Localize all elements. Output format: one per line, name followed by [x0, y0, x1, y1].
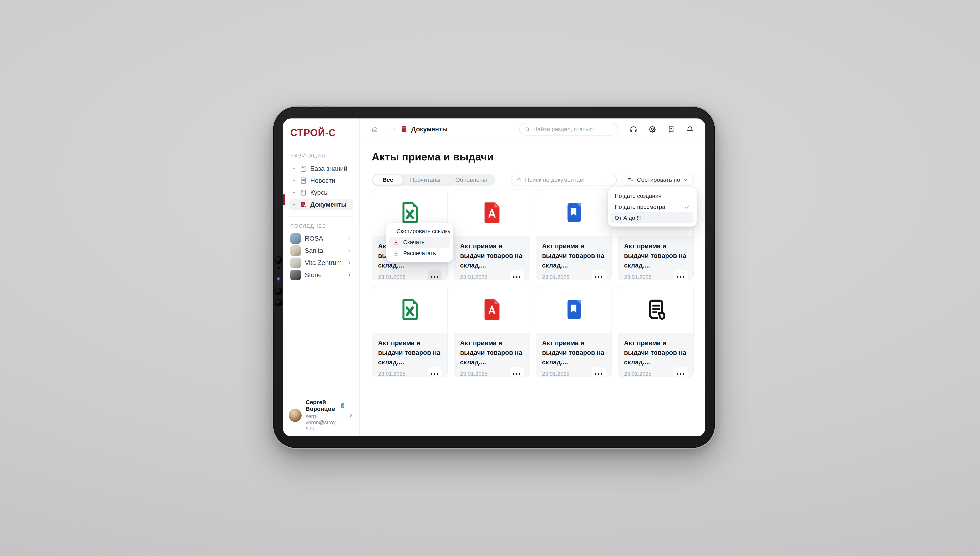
context-menu-item[interactable]: Распечатать	[390, 248, 450, 259]
menu-item-icon	[393, 250, 399, 257]
document-preview	[536, 286, 611, 333]
generic-document-icon	[644, 298, 667, 321]
sort-button-label: Сортировать по	[637, 176, 680, 183]
sort-option-label: По дате просмотра	[615, 204, 665, 210]
word-file-icon	[562, 298, 586, 321]
recent-item[interactable]: Vita Zentrum	[289, 257, 353, 269]
recent-item[interactable]: Sanita	[289, 244, 353, 257]
search-icon	[525, 126, 530, 132]
main-content: ... Документы	[359, 118, 705, 436]
nav-list: База знаний Новости Курсы	[289, 163, 353, 210]
toolbar: Все Прочитаны Обновлены	[372, 174, 694, 186]
pdf-file-icon	[480, 298, 503, 321]
sort-dropdown-menu: По дате создания По дате просмотра От А …	[608, 187, 696, 226]
sidebar-nav-item[interactable]: Документы	[289, 199, 353, 210]
chevron-down-icon	[292, 202, 297, 207]
nav-item-icon	[300, 177, 307, 184]
document-search[interactable]	[511, 174, 617, 186]
filter-tab[interactable]: Прочитаны	[403, 175, 448, 184]
sidebar-nav-item[interactable]: База знаний	[289, 163, 353, 175]
recent-item-label: Stone	[305, 271, 343, 279]
chevron-down-icon	[683, 178, 688, 182]
document-date: 23.01.2025	[542, 371, 570, 377]
more-options-button[interactable]	[674, 367, 688, 377]
more-options-button[interactable]	[509, 367, 524, 377]
chevron-down-icon	[292, 178, 297, 183]
document-preview	[372, 286, 448, 333]
chevron-down-icon	[292, 166, 297, 171]
document-card[interactable]: Акт приема и выдачи товаров на склад....…	[454, 286, 530, 377]
chevron-right-icon	[347, 248, 352, 253]
filter-tab[interactable]: Обновлены	[448, 175, 494, 184]
excel-file-icon	[398, 201, 422, 225]
volume-up-button	[314, 104, 320, 107]
document-card[interactable]: Акт приема и выдачи товаров на склад....…	[454, 189, 530, 280]
gear-icon[interactable]	[648, 125, 657, 134]
camera-lens-icon	[275, 256, 282, 264]
bookmark-star-icon[interactable]	[667, 125, 675, 134]
more-options-button[interactable]	[674, 270, 688, 280]
recent-item-thumbnail	[290, 245, 301, 256]
pdf-file-icon	[480, 201, 503, 225]
more-options-button[interactable]	[592, 367, 606, 377]
more-options-button[interactable]	[509, 270, 524, 280]
context-menu-item[interactable]: Скопировать ссылку	[390, 226, 450, 237]
breadcrumb-collapsed[interactable]: ...	[382, 124, 388, 134]
filter-tab[interactable]: Все	[373, 175, 403, 184]
recent-section-label: ПОСЛЕДНЕЕ	[290, 223, 353, 229]
chevron-right-icon	[347, 236, 352, 241]
sort-option[interactable]: По дате создания	[611, 191, 693, 201]
user-profile[interactable]: Сергей Воронцов serg-voron@stroy-s.ru	[289, 394, 353, 433]
more-options-button[interactable]	[427, 270, 442, 280]
document-date: 23.01.2025	[460, 371, 487, 377]
nav-item-icon	[300, 201, 307, 208]
document-card[interactable]: Акт приема и выдачи товаров на склад....…	[372, 286, 448, 377]
page: Акты приема и выдачи Все Прочитаны Обнов…	[359, 141, 705, 436]
active-nav-indicator	[283, 194, 285, 205]
sidebar-nav-item[interactable]: Курсы	[289, 187, 353, 198]
sort-button[interactable]: Сортировать по	[622, 174, 694, 186]
context-menu-item[interactable]: Скачать	[390, 237, 450, 248]
document-date: 23.01.2025	[460, 274, 487, 280]
document-card[interactable]: Акт приема и выдачи товаров на склад....…	[618, 286, 694, 377]
search-icon	[516, 177, 522, 183]
filter-tab-label: Обновлены	[455, 176, 487, 183]
breadcrumb: ... Документы	[371, 124, 448, 134]
user-name: Сергей Воронцов	[306, 399, 339, 412]
document-card[interactable]: Акт приема и выдачи товаров на склад....…	[536, 286, 612, 377]
bell-icon[interactable]	[686, 125, 694, 134]
document-card[interactable]: Акт приема и выдачи товаров на склад....…	[536, 189, 612, 280]
headphones-icon[interactable]	[629, 125, 638, 134]
more-options-button[interactable]	[427, 367, 442, 377]
check-icon	[684, 204, 690, 210]
global-search-input[interactable]	[533, 126, 613, 133]
document-card-info: Акт приема и выдачи товаров на склад....…	[536, 236, 611, 280]
camera-lens-icon	[275, 299, 282, 306]
menu-item-label: Распечатать	[403, 250, 436, 257]
recent-item[interactable]: Stone	[289, 269, 353, 281]
document-date: 23.01.2025	[542, 274, 570, 280]
breadcrumb-current: Документы	[411, 126, 448, 133]
sidebar-nav-item[interactable]: Новости	[289, 175, 353, 186]
verified-badge-icon	[341, 403, 344, 408]
camera-led-icon	[277, 277, 280, 281]
recent-item[interactable]: ROSA	[289, 233, 353, 244]
avatar	[289, 409, 301, 422]
document-date: 23.01.2025	[624, 274, 651, 280]
sort-option[interactable]: По дате просмотра	[611, 201, 693, 212]
chevron-right-icon	[347, 260, 352, 265]
recent-item-label: ROSA	[305, 235, 343, 242]
more-options-button[interactable]	[592, 270, 606, 280]
menu-item-icon	[393, 239, 399, 246]
context-menu: Скопировать ссылку Скачать Распечатать	[386, 223, 453, 262]
document-search-input[interactable]	[525, 176, 611, 183]
sort-option-label: От А до Я	[615, 215, 641, 221]
document-card-info: Акт приема и выдачи товаров на склад....…	[618, 236, 693, 280]
excel-file-icon	[398, 298, 422, 321]
document-red-icon	[400, 125, 408, 133]
document-card-info: Акт приема и выдачи товаров на склад....…	[454, 236, 529, 280]
sort-option[interactable]: От А до Я	[611, 212, 693, 223]
recent-list: ROSA Sanita Vita Zentrum Stone	[289, 233, 353, 281]
global-search[interactable]	[519, 123, 618, 136]
home-icon[interactable]	[371, 126, 379, 133]
